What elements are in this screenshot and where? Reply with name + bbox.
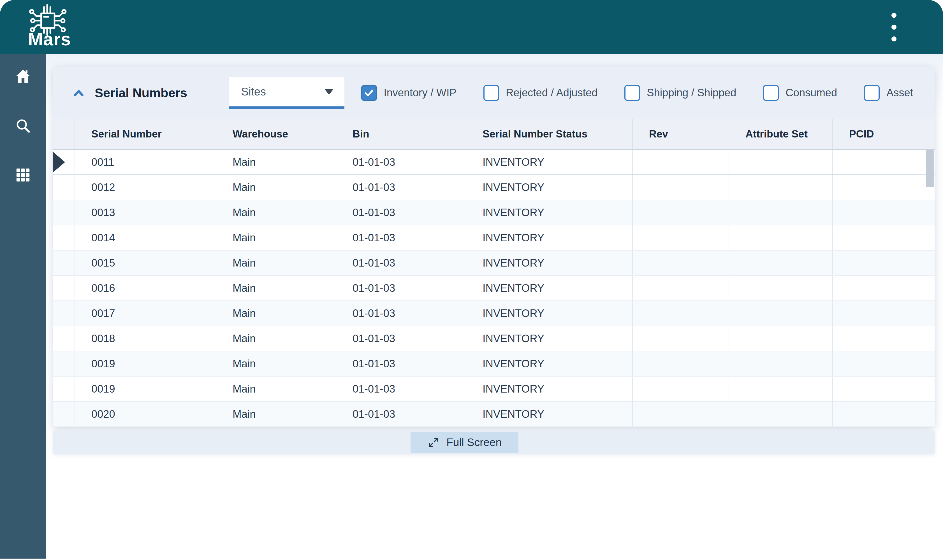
caret-down-icon bbox=[324, 89, 334, 95]
panel-toolbar: Serial Numbers Sites Inventory / WIP Rej… bbox=[53, 67, 935, 119]
cell-bin: 01-01-03 bbox=[336, 150, 466, 174]
cell-serial-number: 0018 bbox=[75, 326, 216, 351]
cell-pcid bbox=[833, 326, 935, 351]
cell-serial-number: 0017 bbox=[75, 301, 216, 326]
column-header-serial-number[interactable]: Serial Number bbox=[75, 119, 216, 149]
cell-serial-number: 0019 bbox=[75, 377, 216, 401]
cell-bin: 01-01-03 bbox=[336, 402, 466, 426]
table-row[interactable]: 0013 Main 01-01-03 INVENTORY bbox=[53, 200, 935, 225]
table-row[interactable]: 0019 Main 01-01-03 INVENTORY bbox=[53, 351, 935, 377]
row-selector-cell bbox=[53, 175, 75, 200]
cell-serial-number: 0019 bbox=[75, 351, 216, 376]
cell-pcid bbox=[833, 225, 935, 250]
sidebar-item-apps[interactable] bbox=[14, 166, 32, 184]
cell-rev bbox=[633, 301, 729, 326]
selected-row-marker-icon bbox=[53, 152, 65, 172]
cell-bin: 01-01-03 bbox=[336, 175, 466, 200]
vertical-scrollbar-thumb[interactable] bbox=[926, 150, 934, 187]
cell-bin: 01-01-03 bbox=[336, 351, 466, 376]
filter-checkbox-label: Rejected / Adjusted bbox=[506, 87, 597, 99]
column-header-bin[interactable]: Bin bbox=[336, 119, 466, 149]
cell-attribute-set bbox=[729, 402, 833, 426]
cell-pcid bbox=[833, 377, 935, 401]
cell-attribute-set bbox=[729, 351, 833, 376]
cell-rev bbox=[633, 150, 729, 174]
cell-warehouse: Main bbox=[216, 377, 336, 401]
mars-logo-text: Mars bbox=[28, 30, 71, 48]
mars-logo[interactable]: Mars bbox=[18, 1, 96, 52]
cell-pcid bbox=[833, 276, 935, 300]
cell-rev bbox=[633, 377, 729, 401]
sidebar-item-search[interactable] bbox=[14, 117, 32, 135]
cell-pcid bbox=[833, 351, 935, 376]
cell-warehouse: Main bbox=[216, 351, 336, 376]
column-header-warehouse[interactable]: Warehouse bbox=[216, 119, 336, 149]
row-selector-cell bbox=[53, 276, 75, 300]
column-header-attribute-set[interactable]: Attribute Set bbox=[729, 119, 833, 149]
cell-serial-number: 0020 bbox=[75, 402, 216, 426]
cell-serial-number-status: INVENTORY bbox=[466, 225, 633, 250]
cell-rev bbox=[633, 225, 729, 250]
row-selector-cell bbox=[53, 225, 75, 250]
table-row[interactable]: 0014 Main 01-01-03 INVENTORY bbox=[53, 225, 935, 251]
cell-pcid bbox=[833, 402, 935, 426]
sidebar-item-home[interactable] bbox=[14, 68, 32, 85]
cell-warehouse: Main bbox=[216, 175, 336, 200]
cell-warehouse: Main bbox=[216, 276, 336, 300]
column-header-rev[interactable]: Rev bbox=[633, 119, 729, 149]
row-selector-cell bbox=[53, 326, 75, 351]
table-footer-bar: Full Screen bbox=[53, 431, 935, 454]
cell-serial-number: 0016 bbox=[75, 276, 216, 300]
table-row[interactable]: 0019 Main 01-01-03 INVENTORY bbox=[53, 377, 935, 402]
cell-warehouse: Main bbox=[216, 301, 336, 326]
filter-checkbox-label: Shipping / Shipped bbox=[647, 87, 736, 99]
table-row[interactable]: 0012 Main 01-01-03 INVENTORY bbox=[53, 175, 935, 200]
filter-checkbox-group: Inventory / WIP Rejected / Adjusted Ship… bbox=[361, 85, 913, 101]
kebab-menu-button[interactable] bbox=[884, 11, 904, 44]
cell-attribute-set bbox=[729, 225, 833, 250]
cell-attribute-set bbox=[729, 200, 833, 225]
filter-checkbox[interactable]: Rejected / Adjusted bbox=[483, 85, 597, 101]
column-header-serial-number-status[interactable]: Serial Number Status bbox=[466, 119, 633, 149]
cell-bin: 01-01-03 bbox=[336, 200, 466, 225]
collapse-panel-button[interactable] bbox=[71, 85, 87, 101]
app-header: Mars bbox=[0, 0, 943, 54]
table-row[interactable]: 0020 Main 01-01-03 INVENTORY bbox=[53, 402, 935, 427]
cell-warehouse: Main bbox=[216, 150, 336, 174]
row-selector-cell bbox=[53, 251, 75, 275]
cell-rev bbox=[633, 402, 729, 426]
chevron-up-icon bbox=[71, 86, 86, 100]
cell-pcid bbox=[833, 251, 935, 275]
row-selector-cell bbox=[53, 200, 75, 225]
filter-checkbox-label: Consumed bbox=[786, 87, 837, 99]
cell-serial-number: 0014 bbox=[75, 225, 216, 250]
filter-checkbox[interactable]: Shipping / Shipped bbox=[624, 85, 736, 101]
cell-rev bbox=[633, 351, 729, 376]
sites-dropdown[interactable]: Sites bbox=[229, 77, 344, 109]
cell-bin: 01-01-03 bbox=[336, 276, 466, 300]
table-row[interactable]: 0011 Main 01-01-03 INVENTORY bbox=[53, 150, 935, 175]
cell-serial-number-status: INVENTORY bbox=[466, 251, 633, 275]
filter-checkbox[interactable]: Consumed bbox=[763, 85, 837, 101]
cell-bin: 01-01-03 bbox=[336, 326, 466, 351]
cell-serial-number-status: INVENTORY bbox=[466, 377, 633, 401]
cell-attribute-set bbox=[729, 326, 833, 351]
cell-attribute-set bbox=[729, 377, 833, 401]
kebab-dot-icon bbox=[891, 25, 897, 30]
panel-title: Serial Numbers bbox=[95, 86, 187, 100]
table-row[interactable]: 0016 Main 01-01-03 INVENTORY bbox=[53, 276, 935, 301]
full-screen-button[interactable]: Full Screen bbox=[411, 432, 519, 453]
table-row[interactable]: 0017 Main 01-01-03 INVENTORY bbox=[53, 301, 935, 326]
checkbox-icon bbox=[624, 85, 640, 101]
cell-rev bbox=[633, 200, 729, 225]
table-row[interactable]: 0018 Main 01-01-03 INVENTORY bbox=[53, 326, 935, 351]
cell-attribute-set bbox=[729, 301, 833, 326]
filter-checkbox-label: Asset bbox=[886, 87, 913, 99]
filter-checkbox[interactable]: Inventory / WIP bbox=[361, 85, 457, 101]
filter-checkbox[interactable]: Asset bbox=[864, 85, 913, 101]
row-selector-cell bbox=[53, 150, 75, 174]
cell-serial-number-status: INVENTORY bbox=[466, 175, 633, 200]
table-row[interactable]: 0015 Main 01-01-03 INVENTORY bbox=[53, 251, 935, 276]
column-header-pcid[interactable]: PCID bbox=[833, 119, 935, 149]
full-screen-label: Full Screen bbox=[446, 436, 502, 449]
